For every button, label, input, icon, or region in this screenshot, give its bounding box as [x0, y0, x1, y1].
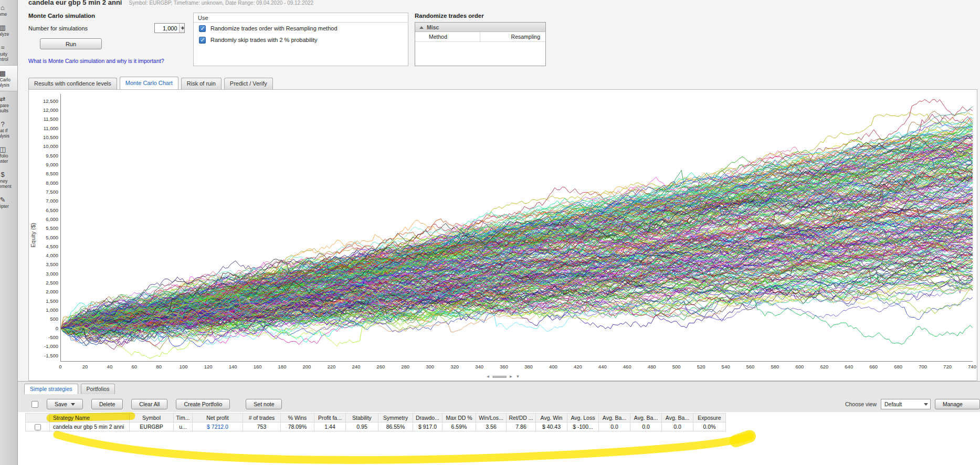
col-header-avg-ba3[interactable]: Avg. Ba...: [662, 414, 693, 422]
col-header-win-loss[interactable]: Win/Los...: [476, 414, 507, 422]
quant-analyzer-window: ⌂ ome ▥ nalyze ≈ quity ontrol ▩ te Carlo…: [0, 0, 980, 465]
tab-portfolios[interactable]: Portfolios: [81, 384, 115, 394]
x-tick-label: 280: [401, 364, 409, 369]
sidebar: ⌂ ome ▥ nalyze ≈ quity ontrol ▩ te Carlo…: [0, 0, 18, 465]
sidebar-item-label: agement: [0, 184, 18, 189]
scroll-thumb[interactable]: [493, 376, 507, 378]
sidebar-item-compare-results[interactable]: ⇄ mpare esults: [0, 91, 18, 117]
x-tick-label: 680: [894, 364, 902, 369]
property-value[interactable]: Resampling: [480, 32, 545, 41]
x-tick-label: 200: [303, 364, 311, 369]
x-tick-label: 220: [327, 364, 335, 369]
col-header-timeframe[interactable]: Tim...: [174, 414, 193, 422]
decrement-button[interactable]: [180, 28, 184, 33]
x-tick-label: 500: [672, 364, 681, 369]
manage-button[interactable]: Manage: [935, 399, 980, 409]
tab-simple-strategies[interactable]: Simple strategies: [24, 384, 78, 394]
col-header-profit-factor[interactable]: Profit fa...: [314, 414, 346, 422]
strategies-panel: Simple strategies Portfolios Save Delete…: [18, 381, 980, 465]
x-tick-label: 700: [919, 364, 927, 369]
col-header-strategy-name[interactable]: Strategy Name: [50, 414, 130, 422]
x-tick-label: 560: [746, 364, 755, 369]
col-header-avg-ba1[interactable]: Avg. Ba...: [599, 414, 630, 422]
col-header-net-profit[interactable]: Net profit: [193, 414, 243, 422]
select-all-checkbox[interactable]: [31, 401, 38, 408]
cell-stability: 0.95: [346, 422, 378, 431]
y-tick-label: 3,500: [46, 261, 58, 267]
collapse-down-icon[interactable]: ▼: [515, 374, 520, 379]
create-portfolio-button[interactable]: Create Portfolio: [176, 399, 230, 409]
scroll-right-icon[interactable]: ►: [509, 374, 513, 379]
sidebar-item-what-if-analysis[interactable]: ? hat If nalysis: [0, 117, 18, 142]
sidebar-item-label: quity: [0, 51, 18, 57]
sidebar-item-equity-control[interactable]: ≈ quity ontrol: [0, 40, 18, 65]
cell-ret-dd: 7.86: [507, 422, 536, 431]
sidebar-item-money-management[interactable]: $ oney agement: [0, 167, 18, 192]
save-dropdown-caret-icon: [71, 403, 75, 408]
randomize-order-checkbox[interactable]: [199, 25, 206, 32]
x-tick-label: 360: [500, 364, 508, 369]
view-controls: Choose view Default Manage: [845, 399, 980, 409]
sidebar-item-label: ontrol: [0, 57, 18, 62]
choose-view-label: Choose view: [845, 401, 877, 407]
col-header-stability[interactable]: Stability: [346, 414, 378, 422]
sidebar-item-analyze[interactable]: ▥ nalyze: [0, 20, 18, 40]
col-header-exposure[interactable]: Exposure: [693, 414, 726, 422]
sidebar-item-label: mpare: [0, 103, 18, 108]
y-tick-label: 5,000: [46, 235, 58, 240]
y-tick-label: 4,500: [46, 244, 58, 249]
col-header-avg-loss[interactable]: Avg. Loss: [567, 414, 599, 422]
sidebar-item-label: laster: [0, 158, 18, 164]
simulations-count-input[interactable]: [155, 24, 179, 33]
clear-all-button[interactable]: Clear All: [131, 399, 167, 409]
x-tick-label: 140: [229, 364, 237, 369]
cell-win-loss: 3.56: [476, 422, 507, 431]
col-header-symmetry[interactable]: Symmetry: [378, 414, 413, 422]
col-header-pct-wins[interactable]: % Wins: [281, 414, 314, 422]
table-header-row: Strategy Name Symbol Tim... Net profit #…: [26, 414, 726, 422]
monte-carlo-chart-panel: Equity ($) 12,50012,00011,50011,00010,50…: [28, 89, 977, 381]
tab-results-confidence-levels[interactable]: Results with confidence levels: [28, 78, 117, 89]
tab-risk-of-ruin[interactable]: Risk of ruin: [181, 78, 222, 89]
col-header-avg-ba2[interactable]: Avg. Ba...: [630, 414, 662, 422]
delete-button[interactable]: Delete: [91, 399, 123, 409]
run-button[interactable]: Run: [40, 38, 102, 49]
sidebar-item-portfolio-master[interactable]: ◫ rtfolio laster: [0, 142, 18, 167]
y-tick-label: 4,000: [46, 252, 58, 258]
sidebar-item-monte-carlo-analysis[interactable]: ▩ te Carlo nalysis: [0, 65, 18, 91]
col-header-max-dd[interactable]: Max DD %: [442, 414, 476, 422]
option-label: Randomize trades order with Resampling m…: [210, 25, 338, 31]
y-tick-label: 8,000: [46, 180, 58, 186]
x-tick-label: 600: [795, 364, 804, 369]
x-tick-label: 160: [254, 364, 262, 369]
col-header-symbol[interactable]: Symbol: [130, 414, 174, 422]
y-tick-label: 9,500: [46, 153, 58, 158]
tab-monte-carlo-chart[interactable]: Monte Carlo Chart: [120, 77, 178, 89]
save-button[interactable]: Save: [47, 399, 83, 409]
col-header-avg-win[interactable]: Avg. Win: [536, 414, 567, 422]
col-header-drawdown[interactable]: Drawdo...: [413, 414, 442, 422]
sidebar-item-home[interactable]: ⌂ ome: [0, 0, 18, 20]
view-select[interactable]: Default: [881, 399, 931, 409]
tab-predict-verify[interactable]: Predict / Verify: [224, 78, 273, 89]
x-tick-label: 740: [968, 364, 976, 369]
compare-results-icon: ⇄: [0, 95, 18, 103]
randomly-skip-checkbox[interactable]: [199, 37, 206, 44]
chart-scroll-control[interactable]: ◄ ► ▼: [486, 374, 520, 379]
y-tick-label: 11,500: [44, 116, 58, 122]
sidebar-item-scripter[interactable]: ✎ cripter: [0, 192, 18, 212]
set-note-button[interactable]: Set note: [246, 399, 282, 409]
equity-control-icon: ≈: [0, 44, 18, 51]
misc-group-header[interactable]: Misc: [415, 23, 545, 32]
y-tick-label: 5,500: [46, 225, 58, 231]
monte-carlo-help-link[interactable]: What is Monte Carlo simulation and why i…: [28, 58, 186, 64]
what-if-icon: ?: [0, 120, 18, 128]
col-header-num-trades[interactable]: # of trades: [243, 414, 281, 422]
save-label: Save: [55, 401, 67, 407]
scroll-left-icon[interactable]: ◄: [486, 374, 490, 379]
y-tick-label: 8,500: [46, 171, 58, 176]
y-tick-label: 3,000: [46, 271, 58, 277]
strategy-row[interactable]: candela eur gbp 5 min 2 anni EURGBP u...…: [26, 422, 726, 431]
col-header-ret-dd[interactable]: Ret/DD ...: [507, 414, 536, 422]
row-checkbox[interactable]: [35, 424, 41, 430]
